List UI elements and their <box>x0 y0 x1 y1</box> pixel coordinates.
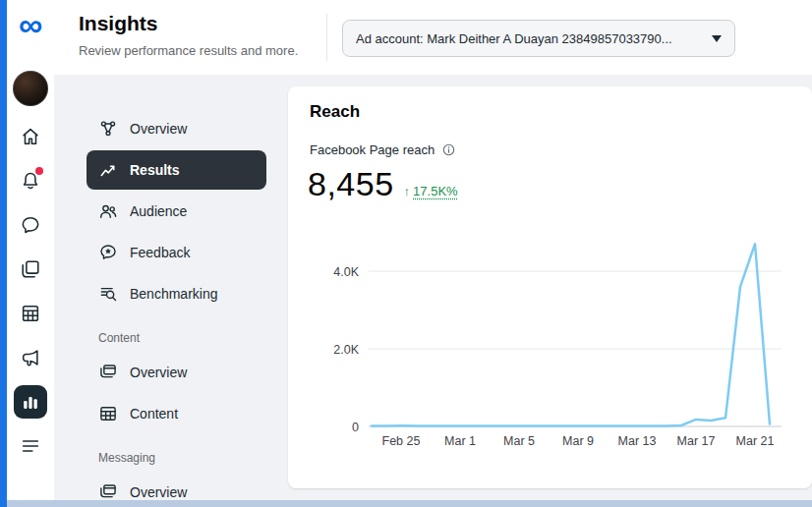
stacked-content-icon <box>20 258 41 280</box>
pages-copy-icon <box>98 363 118 382</box>
sidebar-item-feedback[interactable]: Feedback <box>87 232 266 273</box>
results-trend-icon <box>98 160 118 180</box>
sidebar-item-content-overview[interactable]: Overview <box>87 352 266 393</box>
all-tools-button[interactable] <box>14 429 47 463</box>
metric-value-row: 8,455 ↑ 17.5K% <box>308 167 458 200</box>
sidebar-item-label: Overview <box>130 484 187 500</box>
sidebar-section-messaging: Messaging <box>87 434 266 472</box>
sidebar-item-results[interactable]: Results <box>87 150 266 190</box>
megaphone-icon <box>20 347 41 368</box>
metric-label: Facebook Page reach <box>310 142 435 157</box>
ad-account-selector[interactable]: Ad account: Mark Deither A Duayan 238498… <box>342 20 735 57</box>
window-edge-left <box>0 0 7 507</box>
sidebar-item-label: Overview <box>130 121 187 137</box>
planner-grid-icon <box>20 303 41 324</box>
page-subtitle: Review performance results and more. <box>79 43 298 58</box>
page-title: Insights <box>79 12 158 35</box>
planner-button[interactable] <box>14 297 47 330</box>
ads-button[interactable] <box>14 341 47 374</box>
table-grid-icon <box>98 404 118 423</box>
up-arrow-icon: ↑ <box>404 184 411 198</box>
meta-logo[interactable]: ∞ <box>19 6 42 43</box>
overview-nodes-icon <box>98 119 118 139</box>
home-icon <box>20 126 41 147</box>
metric-label-row: Facebook Page reach <box>310 142 456 157</box>
sidebar-item-content[interactable]: Content <box>87 393 266 434</box>
reach-chart[interactable]: 02.0K4.0KFeb 25Mar 1Mar 5Mar 9Mar 13Mar … <box>298 230 794 456</box>
top-header: Insights Review performance results and … <box>54 0 812 75</box>
svg-text:4.0K: 4.0K <box>333 265 359 279</box>
notifications-button[interactable] <box>14 164 47 197</box>
sidebar-item-label: Benchmarking <box>130 286 218 302</box>
svg-text:Mar 5: Mar 5 <box>503 434 535 448</box>
svg-text:Feb 25: Feb 25 <box>382 434 421 448</box>
benchmarking-magnifier-icon <box>98 284 118 304</box>
svg-text:Mar 21: Mar 21 <box>736 434 775 448</box>
card-title: Reach <box>310 102 360 122</box>
sidebar-item-overview[interactable]: Overview <box>87 108 266 149</box>
sidebar-item-label: Audience <box>130 203 187 219</box>
hamburger-icon <box>20 435 41 457</box>
notification-badge <box>35 167 43 175</box>
app-rail: ∞ <box>7 0 54 500</box>
sidebar-item-label: Feedback <box>130 245 190 260</box>
bar-chart-icon <box>20 391 41 413</box>
home-button[interactable] <box>14 120 47 153</box>
reach-card: Reach Facebook Page reach 8,455 ↑ 17.5K%… <box>288 86 812 488</box>
sidebar-item-audience[interactable]: Audience <box>87 191 266 232</box>
chat-icon <box>20 214 41 236</box>
svg-text:0: 0 <box>352 421 359 434</box>
sidebar-item-label: Results <box>130 162 180 178</box>
ad-account-label: Ad account: Mark Deither A Duayan 238498… <box>356 31 672 46</box>
sidebar-item-label: Overview <box>130 365 187 380</box>
svg-text:Mar 17: Mar 17 <box>677 434 716 448</box>
svg-text:Mar 9: Mar 9 <box>562 434 594 448</box>
profile-avatar[interactable] <box>13 71 48 106</box>
svg-text:2.0K: 2.0K <box>333 343 359 357</box>
meta-business-suite-window: ∞ <box>0 0 812 507</box>
header-divider <box>326 14 327 61</box>
insights-button[interactable] <box>14 385 47 419</box>
insights-sidebar: Overview Results Audience Feedback <box>87 108 266 507</box>
svg-text:Mar 13: Mar 13 <box>618 434 657 448</box>
feedback-star-bubble-icon <box>98 243 118 262</box>
chevron-down-icon <box>712 35 722 42</box>
audience-people-icon <box>98 201 118 221</box>
metric-delta[interactable]: ↑ 17.5K% <box>404 184 458 198</box>
chat-button[interactable] <box>14 208 47 242</box>
sidebar-section-content: Content <box>87 314 266 352</box>
content-button[interactable] <box>14 253 47 286</box>
delta-percent: 17.5K% <box>413 184 458 198</box>
metric-value: 8,455 <box>308 167 394 200</box>
sidebar-item-label: Content <box>130 406 178 422</box>
info-icon[interactable] <box>441 142 456 157</box>
window-edge-bottom <box>0 500 812 507</box>
svg-text:Mar 1: Mar 1 <box>444 434 476 448</box>
pages-copy-icon <box>98 482 118 502</box>
sidebar-item-benchmarking[interactable]: Benchmarking <box>87 273 266 314</box>
